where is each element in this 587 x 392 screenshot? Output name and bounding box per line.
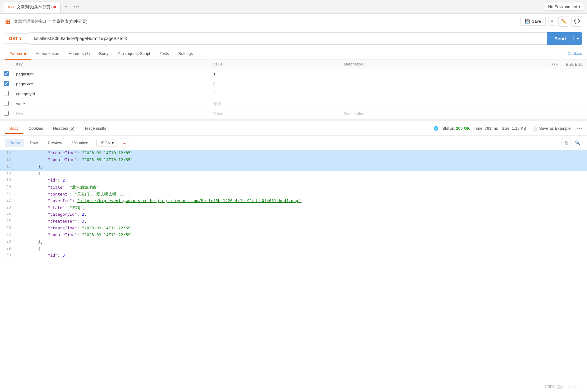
tab-more-button[interactable]: ••• [71, 3, 82, 11]
json-line-17: 17 }, [0, 164, 587, 171]
param-key-pagesize[interactable]: pageSize [16, 82, 33, 86]
response-tabs-bar: Body Cookies Headers (5) Test Results 🌐 … [0, 121, 587, 136]
line-content: }, [17, 239, 587, 244]
json-line-21: 21 "content": "天安门...爱去哪去哪 ...", [0, 191, 587, 198]
send-arrow-icon[interactable]: ▾ [574, 36, 582, 41]
filter-icon-button[interactable]: ≡ [120, 138, 129, 147]
save-example-button[interactable]: 📄 Save as Example [530, 125, 573, 132]
format-tab-preview[interactable]: Preview [43, 139, 66, 147]
res-tab-cookies-label: Cookies [29, 126, 43, 131]
res-tab-body-label: Body [9, 126, 19, 131]
format-bar: Pretty Raw Preview Visualize JSON ▾ ≡ ⎘ … [0, 136, 587, 150]
json-line-25: 25 "createUser": 3, [0, 219, 587, 225]
param-checkbox-empty[interactable] [4, 111, 9, 116]
json-line-22: 22 "coverImg": "https://big-event-gwd.os… [0, 198, 587, 205]
json-line-18: 18 { [0, 171, 587, 178]
tab-body[interactable]: Body [95, 48, 113, 60]
param-checkbox-pagenum[interactable] [4, 71, 9, 76]
format-tab-pretty[interactable]: Pretty [5, 139, 24, 147]
copy-button[interactable]: ⎘ [562, 138, 571, 147]
tab-headers[interactable]: Headers (7) [64, 48, 94, 60]
res-tab-headers[interactable]: Headers (5) [49, 124, 79, 134]
format-type-selector[interactable]: JSON ▾ [96, 139, 117, 147]
save-example-icon: 📄 [532, 126, 537, 131]
param-key-categoryid[interactable]: categoryId [16, 92, 35, 96]
line-number: 19 [0, 178, 15, 182]
method-selector[interactable]: GET ▾ [5, 33, 30, 44]
response-more-button[interactable]: ••• [577, 126, 582, 131]
breadcrumb-separator: / [49, 19, 50, 24]
request-tab[interactable]: GET 文章列表(条件分页) [3, 2, 61, 13]
param-key-empty-placeholder[interactable]: Key [16, 111, 23, 116]
json-line-28: 28 }, [0, 239, 587, 246]
breadcrumb-parent[interactable]: 文章管理相关接口 [14, 19, 46, 24]
method-badge: GET [8, 5, 15, 9]
line-content: "content": "天安门...爱去哪去哪 ...", [17, 191, 587, 197]
format-tab-raw[interactable]: Raw [25, 139, 42, 147]
line-number: 29 [0, 246, 15, 251]
param-checkbox-categoryid[interactable] [4, 91, 9, 96]
tab-body-label: Body [99, 51, 108, 56]
status-ok-label: 200 OK [456, 126, 470, 131]
tab-prerequest-label: Pre-request Script [118, 51, 150, 56]
response-metadata: 🌐 Status: 200 OK Time: 791 ms Size: 1.15… [434, 125, 582, 132]
bulk-edit-link[interactable]: Bulk Edit [566, 62, 582, 67]
params-dot [24, 53, 26, 55]
breadcrumb-bar: ⊞ 文章管理相关接口 / 文章列表(条件分页) 💾 Save ▾ ✏️ 💬 [0, 14, 587, 29]
unsaved-dot [53, 6, 56, 8]
json-line-16: 16 "updateTime": "2023-09-14T10:12:35" [0, 157, 587, 164]
res-tab-body[interactable]: Body [5, 124, 23, 134]
environment-selector[interactable]: No Environment ▾ [545, 3, 584, 11]
send-button[interactable]: Send ▾ [547, 32, 582, 45]
section-divider [0, 119, 587, 121]
param-checkbox-pagesize[interactable] [4, 81, 9, 86]
json-line-24: 24 "categoryId": 2, [0, 212, 587, 219]
line-content: "coverImg": "https://big-event-gwd.oss-c… [17, 198, 587, 203]
line-number: 24 [0, 212, 15, 217]
tab-prerequest[interactable]: Pre-request Script [113, 48, 155, 60]
new-tab-button[interactable]: + [62, 2, 70, 11]
param-value-pagesize[interactable]: 3 [213, 82, 216, 86]
param-key-state[interactable]: state [16, 101, 25, 106]
tab-tests-label: Tests [160, 51, 169, 56]
tab-settings[interactable]: Settings [174, 48, 197, 60]
comment-icon-button[interactable]: 💬 [571, 16, 582, 27]
globe-icon: 🌐 [434, 126, 439, 131]
param-desc-empty-placeholder[interactable]: Description [344, 111, 364, 116]
tab-authorization[interactable]: Authorization [31, 48, 64, 60]
line-content: "title": "北京旅游攻略", [17, 184, 587, 191]
col-bulk-header: Bulk Edit [562, 60, 587, 69]
format-tab-visualize[interactable]: Visualize [68, 139, 93, 147]
search-button[interactable]: 🔍 [573, 138, 582, 147]
param-value-state[interactable]: 草稿 [213, 101, 221, 106]
line-content: { [17, 246, 587, 251]
res-tab-test-results[interactable]: Test Results [80, 124, 111, 134]
json-line-15: 15 "createTime": "2023-09-14T10:12:35", [0, 150, 587, 157]
tab-authorization-label: Authorization [36, 51, 59, 56]
line-number: 22 [0, 198, 15, 203]
tab-params[interactable]: Params [5, 48, 31, 60]
url-input[interactable] [30, 32, 547, 45]
param-value-pagenum[interactable]: 1 [213, 72, 216, 76]
res-tab-cookies[interactable]: Cookies [24, 124, 48, 134]
param-key-pagenum[interactable]: pageNum [16, 72, 34, 76]
param-checkbox-state[interactable] [4, 101, 9, 106]
json-line-19: 19 "id": 2, [0, 178, 587, 184]
more-options-button[interactable]: ••• [551, 61, 558, 67]
param-row-pagenum: pageNum 1 [0, 69, 587, 79]
line-number: 20 [0, 184, 15, 189]
env-arrow-icon: ▾ [578, 4, 580, 9]
param-value-categoryid[interactable]: 3 [213, 92, 216, 96]
edit-icon-button[interactable]: ✏️ [558, 16, 569, 27]
tab-tests[interactable]: Tests [155, 48, 173, 60]
param-value-empty-placeholder[interactable]: Value [213, 111, 223, 116]
save-dropdown-button[interactable]: ▾ [548, 17, 556, 26]
save-button[interactable]: 💾 Save [520, 17, 546, 26]
line-number: 18 [0, 171, 15, 176]
cookies-link[interactable]: Cookies [567, 51, 582, 56]
save-example-label: Save as Example [539, 126, 571, 131]
workspace-icon: ⊞ [5, 18, 10, 25]
line-number: 15 [0, 150, 15, 155]
line-number: 23 [0, 205, 15, 210]
param-row-pagesize: pageSize 3 [0, 79, 587, 89]
